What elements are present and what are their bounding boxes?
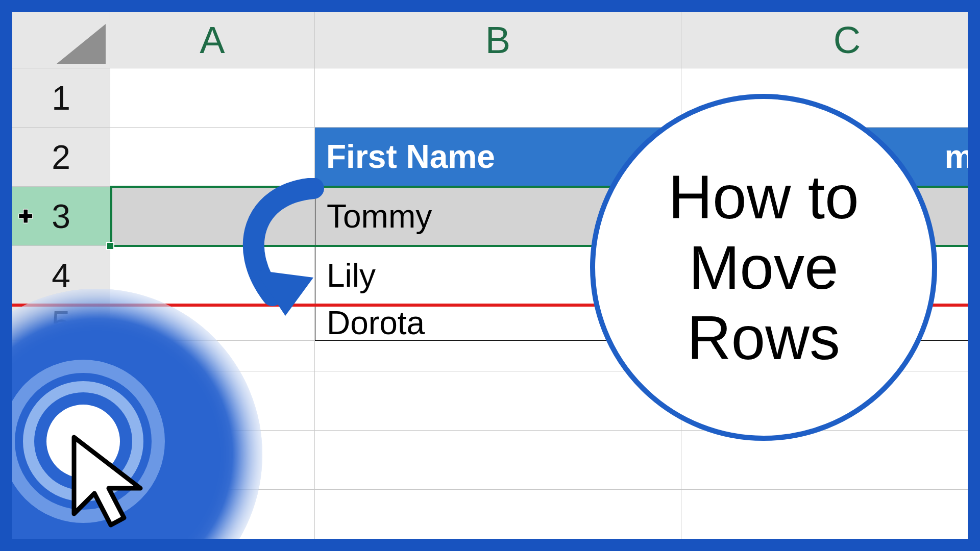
logo-rings — [12, 360, 165, 523]
cell-a3[interactable] — [110, 187, 315, 246]
cell-b8[interactable] — [315, 490, 681, 539]
select-all-triangle[interactable] — [12, 12, 110, 68]
column-header-c[interactable]: C — [681, 12, 968, 68]
column-header-a[interactable]: A — [110, 12, 315, 68]
row-header-2[interactable]: 2 — [12, 128, 110, 187]
cell-b1[interactable] — [315, 68, 681, 128]
row-header-3[interactable]: ✚ 3 — [12, 187, 110, 246]
plus-cursor-icon: ✚ — [18, 208, 33, 225]
column-header-row: A B C — [110, 12, 968, 68]
title-callout: How to Move Rows — [590, 94, 937, 441]
cell-c7[interactable] — [681, 431, 968, 490]
column-header-b[interactable]: B — [315, 12, 681, 68]
cell-b7[interactable] — [315, 431, 681, 490]
cell-a2[interactable] — [110, 128, 315, 187]
cell-a1[interactable] — [110, 68, 315, 128]
row-header-1[interactable]: 1 — [12, 68, 110, 128]
thumbnail-frame: A B C 1 2 ✚ 3 4 5 — [0, 0, 980, 551]
cell-c8[interactable] — [681, 490, 968, 539]
cell-b6[interactable] — [315, 371, 681, 431]
title-callout-text: How to Move Rows — [668, 162, 859, 373]
cursor-arrow-icon — [69, 432, 156, 529]
spreadsheet-viewport: A B C 1 2 ✚ 3 4 5 — [12, 12, 968, 539]
row-header-3-label: 3 — [52, 197, 70, 236]
selection-fill-handle[interactable] — [106, 242, 114, 250]
